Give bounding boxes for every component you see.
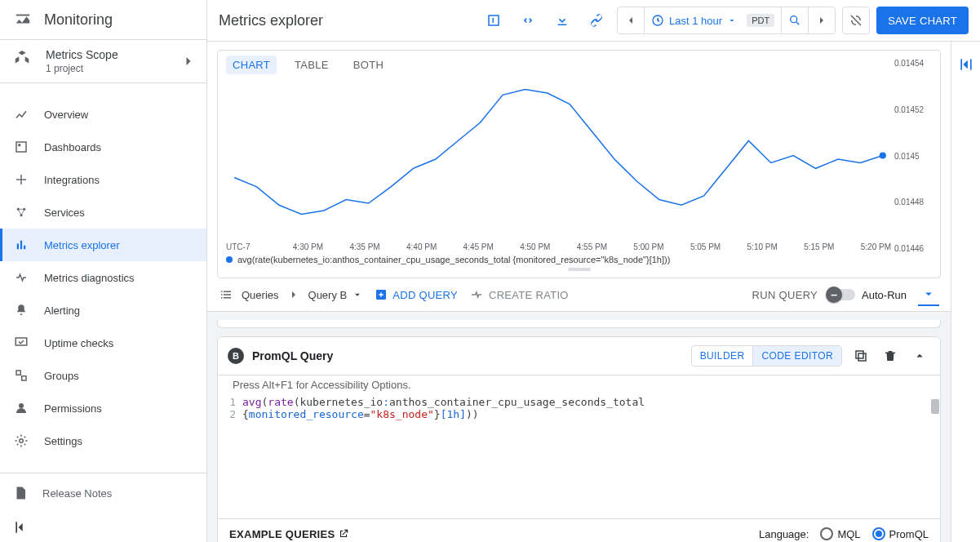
sidebar-item-dashboards[interactable]: Dashboards bbox=[0, 131, 206, 163]
svg-rect-15 bbox=[22, 376, 26, 380]
builder-button[interactable]: BUILDER bbox=[692, 346, 753, 366]
y-tick: 0.01454 bbox=[894, 59, 935, 68]
copy-query-button[interactable] bbox=[850, 345, 871, 367]
promql-label: PromQL bbox=[889, 528, 929, 540]
sidebar-item-groups[interactable]: Groups bbox=[0, 359, 206, 392]
caret-down-icon bbox=[727, 16, 737, 25]
collapse-sidebar-button[interactable] bbox=[0, 513, 206, 542]
run-query-button[interactable]: RUN QUERY bbox=[752, 289, 818, 301]
sidebar-item-services[interactable]: Services bbox=[0, 196, 206, 229]
queries-list: B PromQL Query BUILDER CODE EDITOR Pres bbox=[207, 312, 951, 542]
metrics-scope-selector[interactable]: Metrics Scope 1 project bbox=[0, 40, 206, 83]
svg-point-6 bbox=[20, 179, 23, 181]
language-promql-radio[interactable]: PromQL bbox=[872, 527, 929, 540]
x-tick: 5:20 PM bbox=[861, 242, 891, 251]
delete-query-button[interactable] bbox=[880, 345, 901, 367]
share-link-button[interactable] bbox=[583, 7, 610, 34]
collapse-right-icon bbox=[958, 56, 974, 73]
time-next-button[interactable] bbox=[808, 7, 835, 33]
sidebar-item-label: Integrations bbox=[44, 174, 100, 186]
sidebar-item-integrations[interactable]: Integrations bbox=[0, 163, 206, 196]
sidebar-item-label: Groups bbox=[44, 370, 79, 382]
x-tick: 4:35 PM bbox=[349, 242, 379, 251]
query-badge: B bbox=[228, 348, 244, 364]
bell-icon bbox=[13, 303, 29, 318]
autorefresh-off-button[interactable] bbox=[842, 7, 870, 34]
x-tick: 4:50 PM bbox=[520, 242, 550, 251]
integration-icon bbox=[13, 172, 29, 187]
collapsed-query-card[interactable] bbox=[217, 320, 941, 328]
collapse-queries-button[interactable] bbox=[918, 283, 939, 306]
chart-x-axis: UTC-74:30 PM4:35 PM4:40 PM4:45 PM4:50 PM… bbox=[218, 241, 940, 251]
code-editor-button[interactable]: CODE EDITOR bbox=[752, 346, 841, 366]
sidebar-item-label: Services bbox=[44, 207, 85, 219]
code-view-button[interactable] bbox=[514, 7, 542, 34]
svg-rect-13 bbox=[16, 338, 27, 345]
line-number: 1 bbox=[218, 396, 242, 408]
chart-view-tabs: CHART TABLE BOTH bbox=[218, 56, 940, 74]
example-queries-link[interactable]: EXAMPLE QUERIES bbox=[229, 528, 349, 540]
right-panel-toggle[interactable] bbox=[951, 42, 980, 542]
release-notes-icon bbox=[13, 486, 28, 500]
query-card-b: B PromQL Query BUILDER CODE EDITOR Pres bbox=[217, 336, 941, 542]
code-line: 2{monitored_resource="k8s_node"}[1h])) bbox=[218, 408, 940, 420]
promql-code-editor[interactable]: 1avg(rate(kubernetes_io:anthos_container… bbox=[218, 394, 940, 518]
tab-both[interactable]: BOTH bbox=[347, 56, 390, 74]
download-icon bbox=[555, 13, 570, 28]
line-number: 2 bbox=[218, 408, 242, 420]
caret-down-icon bbox=[352, 289, 363, 300]
auto-run-toggle[interactable]: – Auto-Run bbox=[829, 289, 907, 301]
sidebar-item-label: Permissions bbox=[44, 402, 102, 415]
sidebar-item-alerting[interactable]: Alerting bbox=[0, 294, 206, 327]
tab-chart[interactable]: CHART bbox=[226, 56, 277, 74]
current-query-dropdown[interactable]: Query B bbox=[308, 289, 364, 301]
dock-panel-button[interactable] bbox=[480, 7, 508, 34]
sidebar-item-label: Settings bbox=[44, 435, 82, 447]
save-chart-button[interactable]: SAVE CHART bbox=[876, 7, 969, 34]
svg-rect-24 bbox=[858, 353, 866, 361]
collapse-query-button[interactable] bbox=[909, 345, 930, 367]
time-prev-button[interactable] bbox=[618, 7, 644, 33]
groups-icon bbox=[13, 368, 29, 383]
resize-handle[interactable] bbox=[568, 268, 591, 271]
chart-legend: avg(rate(kubernetes_io:anthos_container_… bbox=[218, 251, 940, 264]
time-range-button[interactable]: Last 1 hour PDT bbox=[644, 7, 781, 33]
ratio-icon bbox=[469, 287, 484, 302]
sidebar-item-settings[interactable]: Settings bbox=[0, 424, 206, 457]
svg-rect-11 bbox=[20, 241, 22, 250]
svg-point-22 bbox=[880, 153, 886, 159]
sidebar-item-uptime-checks[interactable]: Uptime checks bbox=[0, 327, 206, 359]
svg-rect-4 bbox=[16, 142, 26, 152]
time-zoom-button[interactable] bbox=[781, 7, 808, 33]
svg-point-17 bbox=[20, 439, 24, 443]
sidebar-item-overview[interactable]: Overview bbox=[0, 98, 206, 131]
download-button[interactable] bbox=[548, 7, 576, 34]
x-tick: 5:15 PM bbox=[804, 242, 834, 251]
product-header: Monitoring bbox=[0, 0, 206, 40]
chevron-up-icon bbox=[912, 349, 927, 363]
scroll-indicator bbox=[931, 399, 939, 414]
link-icon bbox=[589, 13, 604, 28]
sidebar-item-permissions[interactable]: Permissions bbox=[0, 392, 206, 424]
sidebar-item-metrics-explorer[interactable]: Metrics explorer bbox=[0, 229, 206, 261]
tab-table[interactable]: TABLE bbox=[288, 56, 335, 74]
sidebar-item-label: Overview bbox=[44, 109, 88, 121]
svg-rect-10 bbox=[17, 244, 19, 250]
svg-rect-19 bbox=[493, 18, 494, 23]
chevron-right-icon bbox=[180, 53, 197, 69]
release-notes-link[interactable]: Release Notes bbox=[0, 473, 206, 513]
y-tick: 0.0145 bbox=[894, 152, 935, 161]
code-line: 1avg(rate(kubernetes_io:anthos_container… bbox=[218, 396, 940, 408]
time-range-picker: Last 1 hour PDT bbox=[617, 7, 836, 34]
chart-plot[interactable] bbox=[226, 78, 891, 241]
queries-breadcrumb[interactable]: Queries bbox=[242, 289, 279, 301]
create-ratio-button[interactable]: CREATE RATIO bbox=[469, 287, 569, 302]
sidebar-nav: OverviewDashboardsIntegrationsServicesMe… bbox=[0, 83, 206, 473]
chart-y-axis: 0.014540.014520.01450.014480.01446 bbox=[894, 59, 935, 253]
queries-label: Queries bbox=[242, 289, 279, 301]
code-content: {monitored_resource="k8s_node"}[1h])) bbox=[242, 408, 479, 420]
language-mql-radio[interactable]: MQL bbox=[820, 527, 860, 540]
collapse-left-icon bbox=[13, 519, 29, 535]
add-query-button[interactable]: ADD QUERY bbox=[375, 288, 458, 301]
sidebar-item-metrics-diagnostics[interactable]: Metrics diagnostics bbox=[0, 261, 206, 294]
